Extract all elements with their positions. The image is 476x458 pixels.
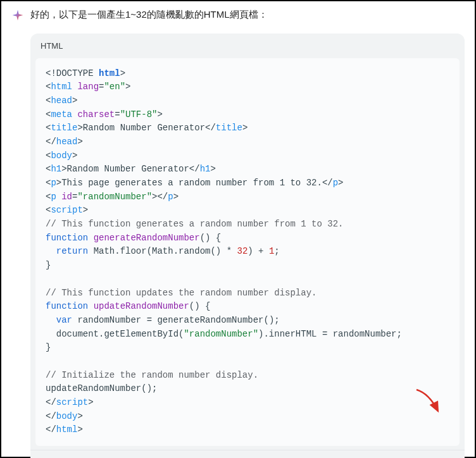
conversation-panel: 好的，以下是一個產生1~32的隨機亂數的HTML網頁檔： HTML <!DOCT… bbox=[0, 0, 476, 458]
code-card: HTML <!DOCTYPE html> <html lang="en"> <h… bbox=[30, 34, 465, 459]
intro-row: 好的，以下是一個產生1~32的隨機亂數的HTML網頁檔： bbox=[11, 8, 465, 22]
code-footer: 請謹慎使用程式碼。 瞭解詳情 bbox=[30, 450, 465, 458]
sparkle-icon bbox=[11, 9, 24, 22]
intro-text: 好的，以下是一個產生1~32的隨機亂數的HTML網頁檔： bbox=[30, 8, 268, 22]
code-body[interactable]: <!DOCTYPE html> <html lang="en"> <head> … bbox=[35, 58, 460, 447]
code-language-label: HTML bbox=[30, 34, 465, 53]
